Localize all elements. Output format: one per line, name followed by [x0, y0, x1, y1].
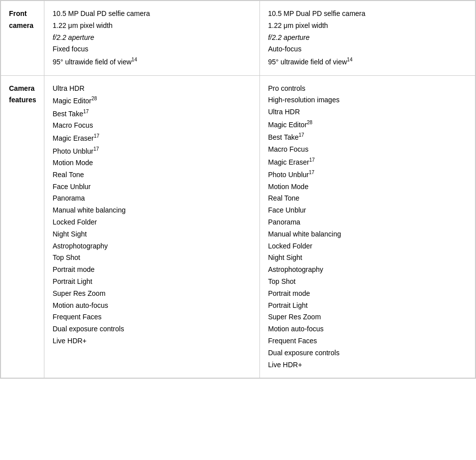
feature-item: Magic Eraser17: [52, 132, 251, 144]
feature-item: Locked Folder: [268, 240, 467, 252]
feature-item: Macro Focus: [52, 120, 251, 132]
feature-item: Photo Unblur17: [52, 145, 251, 157]
feature-item: Portrait Light: [268, 300, 467, 312]
feature-item: Portrait mode: [52, 264, 251, 276]
feature-item: Manual white balancing: [52, 205, 251, 217]
feature-item: Ultra HDR: [52, 83, 251, 95]
feature-item: 1.22 μm pixel width: [268, 20, 467, 32]
feature-item: Magic Editor28: [52, 94, 251, 107]
feature-item: Macro Focus: [268, 144, 467, 156]
feature-item: Frequent Faces: [268, 335, 467, 347]
feature-item: Top Shot: [268, 276, 467, 288]
feature-item: Dual exposure controls: [268, 347, 467, 359]
feature-item: Live HDR+: [52, 335, 251, 347]
col1-cell: Ultra HDRMagic Editor28Best Take17Macro …: [44, 75, 260, 378]
col2-cell: 10.5 MP Dual PD selfie camera1.22 μm pix…: [260, 1, 476, 76]
feature-item: Real Tone: [52, 169, 251, 181]
feature-item: Portrait mode: [268, 288, 467, 300]
feature-item: Motion auto-focus: [268, 323, 467, 335]
feature-item: Frequent Faces: [52, 311, 251, 323]
feature-item: 95° ultrawide field of view14: [268, 55, 467, 68]
feature-item: Real Tone: [268, 193, 467, 205]
feature-item: Auto-focus: [268, 43, 467, 55]
feature-item: Motion auto-focus: [52, 300, 251, 312]
feature-item: Astrophotography: [52, 240, 251, 252]
feature-item: 1.22 μm pixel width: [52, 20, 251, 32]
feature-item: Live HDR+: [268, 359, 467, 371]
feature-item: Super Res Zoom: [52, 288, 251, 300]
table-row: Camera featuresUltra HDRMagic Editor28Be…: [1, 75, 476, 378]
table-row: Front camera10.5 MP Dual PD selfie camer…: [1, 1, 476, 76]
feature-item: 95° ultrawide field of view14: [52, 55, 251, 68]
feature-item: Astrophotography: [268, 264, 467, 276]
feature-item: Ultra HDR: [268, 106, 467, 118]
feature-item: Motion Mode: [268, 181, 467, 193]
feature-item: Magic Eraser17: [268, 156, 467, 168]
row-label: Camera features: [1, 75, 44, 378]
feature-item: f/2.2 aperture: [268, 32, 467, 44]
row-label: Front camera: [1, 1, 44, 76]
feature-item: Best Take17: [268, 131, 467, 143]
feature-item: Face Unblur: [52, 181, 251, 193]
feature-item: Dual exposure controls: [52, 323, 251, 335]
comparison-table: Front camera10.5 MP Dual PD selfie camer…: [0, 0, 476, 379]
feature-item: Motion Mode: [52, 157, 251, 169]
feature-item: 10.5 MP Dual PD selfie camera: [52, 8, 251, 20]
feature-item: Night Sight: [268, 252, 467, 264]
feature-item: Locked Folder: [52, 217, 251, 229]
feature-item: Magic Editor28: [268, 118, 467, 131]
feature-item: High-resolution images: [268, 94, 467, 106]
col2-cell: Pro controlsHigh-resolution imagesUltra …: [260, 75, 476, 378]
feature-item: Panorama: [268, 217, 467, 229]
feature-item: 10.5 MP Dual PD selfie camera: [268, 8, 467, 20]
feature-item: Best Take17: [52, 107, 251, 120]
feature-item: f/2.2 aperture: [52, 32, 251, 44]
feature-item: Top Shot: [52, 252, 251, 264]
feature-item: Pro controls: [268, 83, 467, 95]
feature-item: Super Res Zoom: [268, 311, 467, 323]
feature-item: Portrait Light: [52, 276, 251, 288]
feature-item: Fixed focus: [52, 43, 251, 55]
col1-cell: 10.5 MP Dual PD selfie camera1.22 μm pix…: [44, 1, 260, 76]
feature-item: Panorama: [52, 193, 251, 205]
feature-item: Night Sight: [52, 229, 251, 240]
feature-item: Manual white balancing: [268, 229, 467, 240]
feature-item: Photo Unblur17: [268, 168, 467, 181]
feature-item: Face Unblur: [268, 205, 467, 217]
